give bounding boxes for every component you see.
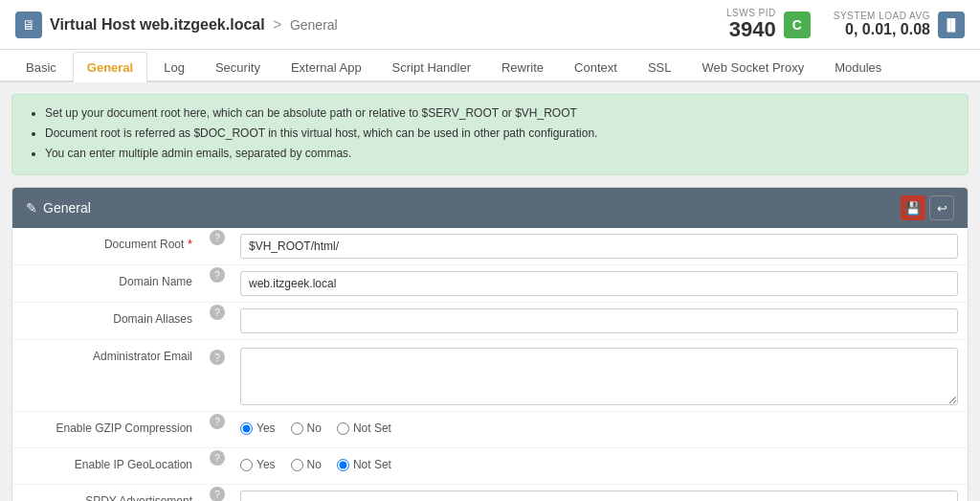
tabs-bar: Basic General Log Security External App … — [0, 50, 980, 82]
help-cell-geolocation: ? — [204, 448, 231, 466]
label-admin-email: Administrator Email — [12, 340, 204, 373]
radio-gzip-yes[interactable]: Yes — [240, 421, 276, 435]
tab-modules[interactable]: Modules — [820, 52, 896, 82]
top-header: 🖥 Virtual Host web.itzgeek.local > Gener… — [0, 0, 980, 50]
input-wrap-domain-name — [231, 265, 968, 302]
tab-external-app[interactable]: External App — [277, 52, 376, 82]
radio-wrap-gzip: Yes No Not Set — [231, 412, 968, 444]
help-icon-gzip[interactable]: ? — [210, 414, 225, 429]
discard-button[interactable]: ↩ — [929, 195, 954, 220]
help-icon-geolocation[interactable]: ? — [210, 450, 225, 466]
label-spdy: SPDY Advertisement — [12, 485, 204, 501]
form-row-spdy: SPDY Advertisement ? — [12, 485, 968, 501]
header-right: LSWS PID 3940 C SYSTEM LOAD AVG 0, 0.01,… — [726, 8, 965, 41]
info-box: Set up your document root here, which ca… — [11, 94, 969, 175]
help-icon-domain-aliases[interactable]: ? — [210, 305, 225, 320]
section-header: ✎ General 💾 ↩ — [12, 188, 968, 228]
info-list: Set up your document root here, which ca… — [28, 104, 952, 162]
radio-geo-notset[interactable]: Not Set — [337, 458, 391, 471]
save-button[interactable]: 💾 — [901, 195, 925, 220]
textarea-wrap-admin-email — [231, 340, 968, 411]
input-wrap-domain-aliases — [231, 303, 968, 339]
radio-gzip-notset[interactable]: Not Set — [337, 421, 391, 435]
section-title: ✎ General — [26, 200, 91, 216]
tab-basic[interactable]: Basic — [11, 52, 71, 82]
label-domain-name: Domain Name — [12, 265, 204, 298]
info-item-1: Set up your document root here, which ca… — [45, 104, 952, 122]
form-row-domain-name: Domain Name ? — [12, 265, 968, 303]
tab-script-handler[interactable]: Script Handler — [378, 52, 485, 82]
tab-log[interactable]: Log — [149, 52, 199, 82]
form-row-document-root: Document Root * ? — [12, 228, 968, 265]
help-icon-document-root[interactable]: ? — [210, 230, 225, 245]
lsws-pid-block: LSWS PID 3940 C — [726, 8, 811, 41]
form-row-geolocation: Enable IP GeoLocation ? Yes No Not Set — [12, 448, 968, 485]
help-cell-admin-email: ? — [204, 340, 231, 365]
system-load-chart-icon[interactable]: ▐▌ — [938, 11, 965, 38]
help-cell-gzip: ? — [204, 412, 231, 429]
tab-rewrite[interactable]: Rewrite — [487, 52, 558, 82]
help-cell-domain-name: ? — [204, 265, 231, 283]
info-item-2: Document root is referred as $DOC_ROOT i… — [45, 125, 952, 142]
form-row-admin-email: Administrator Email ? — [12, 340, 968, 412]
info-item-3: You can enter multiple admin emails, sep… — [45, 145, 952, 162]
tab-security[interactable]: Security — [201, 52, 275, 82]
breadcrumb-title: Virtual Host web.itzgeek.local > General — [50, 16, 338, 34]
help-icon-spdy[interactable]: ? — [210, 487, 225, 501]
form-row-gzip: Enable GZIP Compression ? Yes No Not Set — [12, 412, 968, 448]
help-cell-spdy: ? — [204, 485, 231, 501]
radio-geo-yes[interactable]: Yes — [240, 458, 276, 471]
section-title-text: General — [43, 200, 91, 216]
label-gzip: Enable GZIP Compression — [12, 412, 204, 444]
lsws-status-icon[interactable]: C — [784, 11, 811, 38]
tab-context[interactable]: Context — [560, 52, 632, 82]
help-cell-domain-aliases: ? — [204, 303, 231, 320]
tab-general[interactable]: General — [73, 52, 147, 82]
textarea-admin-email[interactable] — [240, 348, 958, 405]
radio-group-gzip: Yes No Not Set — [240, 418, 391, 439]
input-wrap-spdy — [231, 485, 968, 501]
input-wrap-document-root — [231, 228, 968, 264]
help-icon-admin-email[interactable]: ? — [210, 350, 225, 365]
help-cell-document-root: ? — [204, 228, 231, 245]
input-spdy[interactable] — [240, 490, 958, 501]
system-load-block: SYSTEM LOAD AVG 0, 0.01, 0.08 ▐▌ — [834, 11, 965, 38]
server-icon: 🖥 — [15, 11, 42, 38]
required-star: * — [188, 238, 192, 251]
input-domain-name[interactable] — [240, 271, 958, 296]
help-icon-domain-name[interactable]: ? — [210, 267, 225, 283]
input-domain-aliases[interactable] — [240, 308, 958, 333]
tab-ssl[interactable]: SSL — [634, 52, 686, 82]
radio-group-geolocation: Yes No Not Set — [240, 454, 391, 475]
header-left: 🖥 Virtual Host web.itzgeek.local > Gener… — [15, 11, 338, 38]
label-domain-aliases: Domain Aliases — [12, 303, 204, 335]
radio-geo-no[interactable]: No — [291, 458, 322, 471]
section-actions: 💾 ↩ — [901, 195, 954, 220]
input-document-root[interactable] — [240, 234, 958, 259]
tab-web-socket-proxy[interactable]: Web Socket Proxy — [687, 52, 818, 82]
form-row-domain-aliases: Domain Aliases ? — [12, 303, 968, 340]
radio-wrap-geolocation: Yes No Not Set — [231, 448, 968, 481]
label-geolocation: Enable IP GeoLocation — [12, 448, 204, 481]
edit-icon: ✎ — [26, 200, 37, 216]
radio-gzip-no[interactable]: No — [291, 421, 322, 435]
label-document-root: Document Root * — [12, 228, 204, 261]
general-section: ✎ General 💾 ↩ Document Root * ? Domain N… — [11, 187, 969, 501]
